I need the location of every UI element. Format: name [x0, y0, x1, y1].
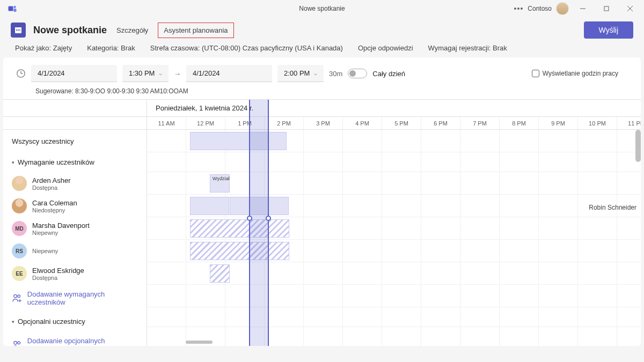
hour-label: 4 PM [343, 117, 382, 129]
busy-block [190, 242, 289, 260]
maximize-button[interactable] [597, 1, 616, 16]
attendee-avatar: EE [12, 266, 27, 281]
busy-block [210, 264, 230, 283]
tab-details[interactable]: Szczegóły [114, 22, 150, 39]
add-required-attendee[interactable]: Dodawanie wymaganych uczestników [3, 285, 147, 312]
vertical-scrollbar[interactable] [635, 130, 641, 162]
busy-block [190, 132, 287, 150]
svg-rect-11 [19, 29, 20, 31]
attendee-name: Marsha Davenport [32, 221, 90, 230]
close-button[interactable] [620, 1, 640, 16]
timeline-column[interactable]: Poniedziałek, 1 kwietnia 2024 r. 11 AM12… [147, 100, 641, 346]
attendee-name: Arden Asher [32, 176, 71, 184]
svg-rect-10 [18, 29, 19, 31]
timeline-row [147, 307, 641, 327]
busy-block-label: Wydział [210, 175, 231, 182]
all-attendees-header: Wszyscy uczestnicy [3, 130, 147, 152]
window-title: Nowe spotkanie [299, 5, 345, 12]
optional-section-header[interactable]: ▾Opcjonalni uczestnicy [3, 312, 147, 331]
horizontal-scrollbar[interactable] [186, 341, 213, 344]
attendee-avatar: RS [12, 243, 27, 258]
work-hours-toggle[interactable]: Wyświetlanie godzin pracy [532, 70, 628, 77]
attendee-row[interactable]: EEElwood EskridgeDostępna [3, 262, 147, 285]
checkbox-icon[interactable] [532, 70, 539, 77]
attendee-row[interactable]: Cara ColemanNiedostępny [3, 195, 147, 217]
svg-point-19 [14, 341, 17, 344]
timezone-option[interactable]: Strefa czasowa: (UTC-08:00) Czas pacyfic… [150, 44, 343, 52]
busy-block [190, 219, 289, 238]
clock-icon [16, 69, 26, 78]
start-date-input[interactable]: 4/1/2024 [31, 65, 117, 82]
datetime-row: 4/1/2024 1:30 PM⌵ → 4/1/2024 2:00 PM⌵ 30… [3, 65, 641, 82]
attendee-row[interactable]: Arden AsherDostępna [3, 172, 147, 195]
content-panel: 4/1/2024 1:30 PM⌵ → 4/1/2024 2:00 PM⌵ 30… [3, 57, 641, 346]
svg-rect-8 [15, 27, 21, 29]
hour-label: 12 PM [186, 117, 225, 129]
more-icon[interactable]: ••• [514, 4, 524, 13]
hour-label: 5 PM [382, 117, 421, 129]
suggested-times[interactable]: Sugerowane: 8:30-9:OO 9:00-9:30 9:30 AM1… [3, 82, 641, 99]
attendee-column: Wszyscy uczestnicy ▾Wymaganie uczestnikó… [3, 100, 147, 346]
timeline-row [147, 152, 641, 172]
response-option[interactable]: Opcje odpowiedzi [358, 44, 413, 52]
busy-block [190, 197, 229, 215]
add-optional-attendee[interactable]: Dodawanie opcjonalnych uczestników [3, 331, 147, 346]
attendee-status: Niepewny [32, 230, 90, 236]
send-button[interactable]: Wyślij [584, 21, 633, 39]
end-time-input[interactable]: 2:00 PM⌵ [277, 65, 324, 82]
hour-label: 8 PM [500, 117, 539, 129]
busy-block: Wydział [210, 174, 230, 193]
hour-label: 9 PM [539, 117, 578, 129]
svg-point-16 [18, 295, 20, 298]
hour-label: 1 PM [225, 117, 265, 129]
timeline-row [147, 327, 641, 346]
attendee-avatar [12, 176, 27, 191]
teams-app-icon [8, 4, 17, 13]
attendee-row[interactable]: RSNiepewny [3, 240, 147, 262]
busy-block [230, 197, 289, 215]
svg-point-1 [13, 6, 16, 9]
svg-rect-9 [16, 29, 17, 31]
tab-scheduling-assistant[interactable]: Asystent planowania [158, 23, 233, 38]
add-person-icon [12, 293, 22, 304]
svg-rect-2 [13, 9, 16, 12]
timeline-row [147, 285, 641, 307]
hour-label: 11 PM [617, 117, 641, 129]
attendee-status: Dostępna [32, 184, 71, 191]
category-option[interactable]: Kategoria: Brak [87, 44, 135, 52]
attendee-row[interactable]: MDMarsha DavenportNiepewny [3, 217, 147, 240]
hour-label: 3 PM [304, 117, 343, 129]
end-date-input[interactable]: 4/1/2024 [186, 65, 272, 82]
scheduling-area: Wszyscy uczestnicy ▾Wymaganie uczestnikó… [3, 99, 641, 346]
user-avatar[interactable] [556, 2, 569, 15]
page-title: Nowe spotkanie [33, 25, 107, 36]
hour-label: 7 PM [460, 117, 500, 129]
titlebar: Nowe spotkanie ••• Contoso [0, 0, 644, 17]
svg-point-20 [18, 342, 20, 344]
required-section-header[interactable]: ▾Wymaganie uczestników [3, 152, 147, 172]
header-row: Nowe spotkanie Szczegóły Asystent planow… [0, 17, 644, 41]
svg-rect-4 [604, 6, 609, 11]
minimize-button[interactable] [573, 1, 592, 16]
attendee-name: Elwood Eskridge [32, 267, 84, 275]
registration-option[interactable]: Wymagaj rejestracji: Brak [428, 44, 507, 52]
options-row: Pokaż jako: Zajęty Kategoria: Brak Stref… [0, 41, 644, 57]
svg-point-15 [14, 294, 17, 298]
arrow-right-icon: → [174, 70, 181, 78]
hour-label: 6 PM [421, 117, 460, 129]
add-person-icon [12, 339, 22, 346]
hour-label: 11 AM [147, 117, 186, 129]
start-time-input[interactable]: 1:30 PM⌵ [122, 65, 169, 82]
grid-body[interactable]: Wydział [147, 130, 641, 346]
svg-rect-0 [9, 6, 13, 11]
date-header: Poniedziałek, 1 kwietnia 2024 r. [147, 100, 641, 117]
hours-row: 11 AM12 PM1 PM2 PM3 PM4 PM5 PM6 PM7 PM8 … [147, 117, 641, 130]
all-day-toggle[interactable] [348, 69, 367, 78]
duration-label: 30m [329, 70, 342, 78]
chevron-down-icon: ▾ [12, 160, 14, 165]
attendee-name: Cara Coleman [32, 199, 77, 207]
show-as-option[interactable]: Pokaż jako: Zajęty [15, 44, 72, 52]
hour-label: 10 PM [578, 117, 617, 129]
attendee-status: Niepewny [32, 248, 58, 254]
chevron-down-icon: ▾ [12, 319, 14, 324]
